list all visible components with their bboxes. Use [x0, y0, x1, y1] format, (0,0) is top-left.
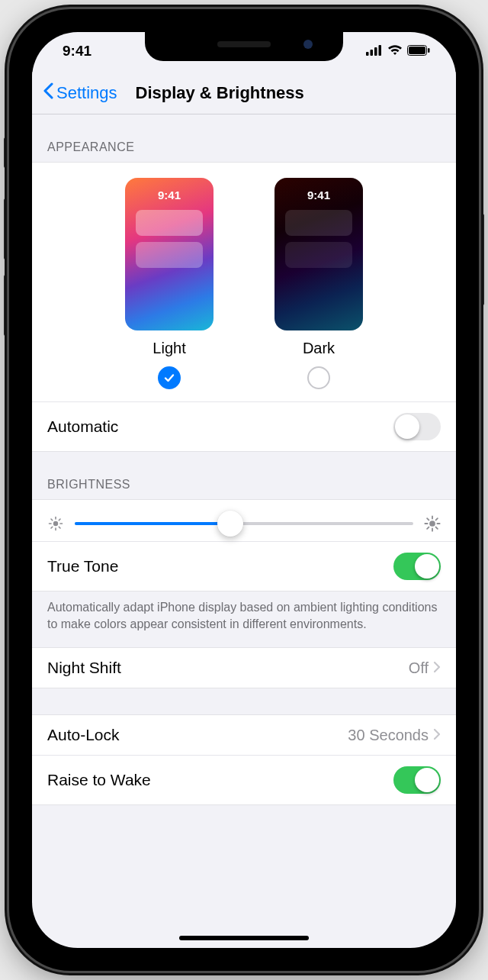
wifi-icon: [387, 43, 403, 60]
appearance-dark-radio[interactable]: [307, 366, 330, 389]
svg-line-22: [436, 527, 438, 529]
raise-to-wake-row[interactable]: Raise to Wake: [32, 755, 456, 804]
back-label: Settings: [56, 83, 117, 103]
true-tone-footer: Automatically adapt iPhone display based…: [32, 592, 456, 647]
home-indicator[interactable]: [179, 936, 309, 940]
svg-line-14: [51, 527, 53, 528]
svg-line-13: [59, 527, 60, 528]
svg-line-21: [427, 518, 429, 520]
night-shift-label: Night Shift: [47, 659, 121, 677]
raise-to-wake-switch[interactable]: [393, 766, 441, 794]
true-tone-label: True Tone: [47, 557, 118, 575]
automatic-switch[interactable]: [393, 413, 441, 440]
status-time: 9:41: [63, 43, 92, 60]
svg-rect-5: [409, 47, 425, 54]
appearance-mode-light[interactable]: 9:41 Light: [125, 178, 214, 389]
svg-rect-0: [366, 52, 369, 56]
svg-point-16: [429, 521, 435, 527]
battery-icon: [407, 43, 430, 60]
svg-line-12: [51, 519, 53, 521]
svg-line-15: [59, 519, 60, 521]
true-tone-switch[interactable]: [393, 553, 441, 580]
night-shift-row[interactable]: Night Shift Off: [32, 648, 456, 688]
appearance-dark-preview: 9:41: [274, 178, 363, 330]
chevron-left-icon: [43, 82, 53, 104]
auto-lock-row[interactable]: Auto-Lock 30 Seconds: [32, 715, 456, 755]
svg-rect-2: [374, 47, 377, 56]
back-button[interactable]: Settings: [32, 82, 117, 104]
true-tone-row[interactable]: True Tone: [32, 541, 456, 591]
nav-bar: Settings Display & Brightness: [32, 72, 456, 114]
appearance-light-label: Light: [152, 340, 185, 357]
raise-to-wake-label: Raise to Wake: [47, 771, 151, 789]
sun-min-icon: [47, 515, 64, 532]
svg-point-7: [53, 521, 58, 526]
auto-lock-label: Auto-Lock: [47, 726, 120, 744]
svg-rect-3: [379, 45, 382, 56]
appearance-light-radio[interactable]: [158, 366, 181, 389]
svg-rect-1: [371, 50, 374, 56]
section-header-appearance: APPEARANCE: [32, 114, 456, 162]
chevron-right-icon: [433, 659, 441, 677]
svg-line-23: [427, 527, 429, 529]
automatic-label: Automatic: [47, 417, 118, 436]
svg-line-24: [436, 518, 438, 520]
appearance-light-preview: 9:41: [125, 178, 214, 330]
page-title: Display & Brightness: [136, 83, 304, 103]
automatic-row[interactable]: Automatic: [32, 401, 456, 451]
brightness-slider[interactable]: [75, 522, 413, 525]
svg-rect-6: [428, 48, 430, 53]
appearance-dark-label: Dark: [303, 340, 335, 357]
auto-lock-value: 30 Seconds: [348, 727, 429, 744]
appearance-mode-dark[interactable]: 9:41 Dark: [274, 178, 363, 389]
brightness-slider-thumb[interactable]: [217, 511, 243, 537]
section-header-brightness: BRIGHTNESS: [32, 452, 456, 499]
chevron-right-icon: [433, 727, 441, 744]
night-shift-value: Off: [409, 659, 429, 677]
sun-max-icon: [424, 515, 441, 532]
device-notch: [145, 32, 343, 61]
signal-icon: [366, 43, 383, 60]
checkmark-icon: [163, 372, 175, 384]
